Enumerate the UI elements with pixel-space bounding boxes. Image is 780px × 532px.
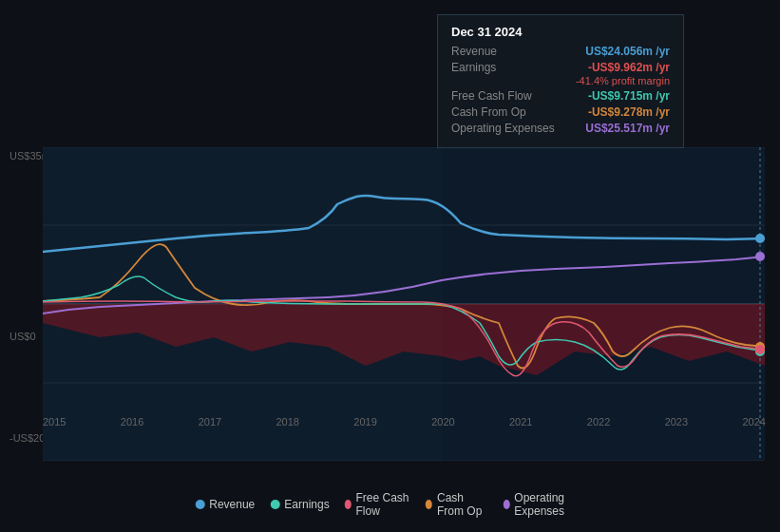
x-label-2023: 2024 <box>742 416 765 428</box>
y-label-mid: US$0 <box>10 331 36 342</box>
x-label-2015: 2016 <box>121 416 143 428</box>
tooltip-label-earnings: Earnings <box>451 61 496 74</box>
legend-dot-revenue <box>195 500 204 509</box>
chart-legend: Revenue Earnings Free Cash Flow Cash Fro… <box>195 491 585 518</box>
tooltip-label-fcf: Free Cash Flow <box>451 89 532 103</box>
x-label-2020: 2021 <box>509 416 532 428</box>
legend-label-fcf: Free Cash Flow <box>355 491 410 518</box>
x-label-2021: 2022 <box>587 416 610 428</box>
svg-point-13 <box>755 345 765 354</box>
tooltip-label-opex: Operating Expenses <box>451 122 555 135</box>
legend-item-fcf[interactable]: Free Cash Flow <box>345 491 411 518</box>
legend-label-revenue: Revenue <box>209 498 255 511</box>
legend-label-opex: Operating Expenses <box>514 491 584 518</box>
tooltip-date: Dec 31 2024 <box>451 25 670 39</box>
x-label-2022: 2023 <box>665 416 688 428</box>
tooltip-row-fcf: Free Cash Flow -US$9.715m /yr <box>451 89 670 103</box>
tooltip-value-fcf: -US$9.715m /yr <box>588 89 670 103</box>
legend-dot-earnings <box>270 500 279 509</box>
tooltip-sub-profit-margin: -41.4% profit margin <box>451 75 670 86</box>
tooltip-value-revenue: US$24.056m /yr <box>585 45 670 58</box>
x-label-2017: 2018 <box>276 416 298 428</box>
tooltip-row-earnings: Earnings -US$9.962m /yr <box>451 61 670 74</box>
tooltip-row-opex: Operating Expenses US$25.517m /yr <box>451 122 670 135</box>
x-label-2016: 2017 <box>199 416 221 428</box>
svg-point-9 <box>755 234 765 243</box>
legend-dot-fcf <box>345 500 352 509</box>
legend-dot-opex <box>503 500 509 509</box>
tooltip-row-revenue: Revenue US$24.056m /yr <box>451 45 670 58</box>
chart-container: Dec 31 2024 Revenue US$24.056m /yr Earni… <box>0 0 780 532</box>
tooltip-box: Dec 31 2024 Revenue US$24.056m /yr Earni… <box>437 14 684 148</box>
legend-label-earnings: Earnings <box>284 498 329 511</box>
svg-point-10 <box>755 252 765 261</box>
tooltip-row-cashfromop: Cash From Op -US$9.278m /yr <box>451 105 670 119</box>
x-label-2018: 2019 <box>353 416 376 428</box>
legend-item-cashfromop[interactable]: Cash From Op <box>426 491 487 518</box>
tooltip-label-cashfromop: Cash From Op <box>451 105 526 119</box>
x-label-2019: 2020 <box>431 416 454 428</box>
legend-item-opex[interactable]: Operating Expenses <box>503 491 584 518</box>
legend-dot-cashfromop <box>426 500 432 509</box>
tooltip-value-earnings: -US$9.962m /yr <box>588 61 670 74</box>
tooltip-value-cashfromop: -US$9.278m /yr <box>588 105 670 119</box>
chart-svg <box>43 147 765 461</box>
legend-label-cashfromop: Cash From Op <box>437 491 488 518</box>
tooltip-value-opex: US$25.517m /yr <box>585 122 670 135</box>
legend-item-revenue[interactable]: Revenue <box>195 498 255 511</box>
tooltip-label-revenue: Revenue <box>451 45 497 58</box>
x-axis: 2015 2016 2017 2018 2019 2020 2021 2022 … <box>43 468 766 480</box>
x-label-2014: 2015 <box>43 416 66 428</box>
legend-item-earnings[interactable]: Earnings <box>270 498 329 511</box>
